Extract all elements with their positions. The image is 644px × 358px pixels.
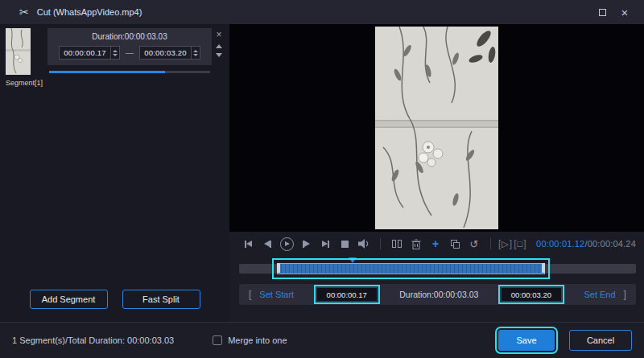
reset-button[interactable]: ↺ [465, 236, 483, 252]
fullscreen-button[interactable]: [ □ ] [514, 238, 526, 249]
segment-start-input[interactable]: 00:00:00.17 [59, 46, 120, 60]
timeline-track[interactable] [239, 264, 636, 274]
playhead-marker[interactable] [349, 257, 357, 263]
spinner-down-icon[interactable] [113, 54, 118, 56]
remove-segment-button[interactable]: × [216, 30, 221, 39]
video-frame [375, 27, 498, 229]
skip-end-icon [322, 241, 328, 247]
add-button[interactable]: + [427, 236, 444, 252]
copy-icon [451, 240, 460, 249]
timeline-selection[interactable] [277, 263, 545, 274]
trim-duration-label: Duration:00:00:03.03 [399, 290, 478, 299]
move-segment-down-icon[interactable] [216, 53, 222, 57]
segment-list-panel: Segment[1] Duration:00:00:03.03 00:00:00… [0, 24, 229, 322]
dialog-body: Segment[1] Duration:00:00:03.03 00:00:00… [0, 24, 644, 322]
fast-split-button[interactable]: Fast Split [122, 290, 200, 309]
segment-thumbnail-image [6, 28, 31, 75]
footer-bar: 1 Segment(s)/Total Duration: 00:00:03.03… [0, 322, 644, 358]
trim-start-input[interactable]: 00:00:00.17 [316, 287, 378, 302]
spinner-down-icon[interactable] [193, 54, 198, 56]
stop-icon [341, 241, 349, 248]
current-time: 00:00:01.12 [536, 239, 584, 249]
trim-end-input[interactable]: 00:00:03.20 [501, 287, 562, 302]
set-end-group: Set End ] [584, 289, 625, 300]
segment-thumbnail[interactable] [6, 28, 31, 75]
delete-button[interactable] [407, 236, 425, 252]
fullscreen-icon: □ [518, 239, 523, 249]
start-bracket: [ [249, 289, 251, 300]
frame-back-icon [264, 241, 270, 247]
preview-segment-button[interactable]: [ ▷ ] [498, 238, 512, 249]
time-display: 00:00:01.12/00:00:04.24 [536, 239, 636, 249]
frame-back-button[interactable] [258, 236, 276, 252]
selection-start-handle[interactable] [277, 263, 280, 273]
segment-editor-main: Duration:00:00:03.03 00:00:00.17 — 00:00… [47, 28, 212, 87]
total-time: /00:00:04.24 [584, 239, 636, 249]
segment-start-spinner[interactable] [110, 47, 119, 59]
controls-divider [380, 238, 381, 249]
video-preview[interactable] [229, 24, 644, 232]
segment-thumb-column: Segment[1] [6, 28, 43, 87]
frame-forward-icon [304, 241, 310, 247]
cancel-button[interactable]: Cancel [569, 330, 632, 351]
timeline-row [229, 256, 644, 282]
merge-option: Merge into one [213, 335, 287, 345]
trash-icon [411, 239, 421, 249]
end-bracket: ] [624, 289, 626, 300]
merge-label: Merge into one [228, 335, 287, 345]
titlebar: ✂ Cut (WhatsAppVideo.mp4) × [0, 0, 644, 24]
volume-button[interactable] [355, 236, 373, 252]
volume-icon [357, 238, 370, 249]
trim-controls: [ Set Start 00:00:00.17 Duration:00:00:0… [239, 284, 636, 305]
left-buttons-row: Add Segment Fast Split [0, 290, 229, 322]
segment-duration-label: Duration:00:00:03.03 [52, 32, 207, 41]
spinner-up-icon[interactable] [193, 50, 198, 52]
add-segment-button[interactable]: Add Segment [30, 290, 108, 309]
segment-label: Segment[1] [6, 79, 43, 87]
play-button[interactable] [278, 236, 295, 252]
skip-start-button[interactable] [239, 236, 257, 252]
segment-editor: Segment[1] Duration:00:00:03.03 00:00:00… [0, 24, 229, 87]
range-dash: — [126, 48, 134, 57]
maximize-icon [599, 9, 606, 16]
merge-checkbox[interactable] [213, 335, 222, 345]
set-end-button[interactable]: Set End [584, 290, 615, 299]
segment-end-value: 00:00:03.20 [140, 48, 191, 57]
playback-controls: + ↺ [ ▷ ] [ □ ] 00:00:01.12/00:00:04.24 [229, 232, 644, 256]
segment-time-row: 00:00:00.17 — 00:00:03.20 [52, 46, 207, 60]
move-segment-up-icon[interactable] [216, 44, 222, 48]
copy-button[interactable] [446, 236, 464, 252]
segment-start-value: 00:00:00.17 [60, 48, 110, 57]
stop-button[interactable] [336, 236, 353, 252]
segment-summary: 1 Segment(s)/Total Duration: 00:00:03.03 [12, 335, 174, 345]
selection-end-handle[interactable] [542, 263, 545, 273]
split-icon [392, 240, 402, 248]
spinner-up-icon[interactable] [113, 50, 118, 52]
segment-editor-side: × [212, 28, 226, 87]
skip-end-button[interactable] [316, 236, 334, 252]
segment-end-input[interactable]: 00:00:03.20 [139, 46, 200, 60]
set-start-button[interactable]: Set Start [259, 290, 294, 299]
close-button[interactable]: × [613, 3, 636, 21]
controls-divider [490, 238, 491, 249]
split-button[interactable] [388, 236, 406, 252]
segment-mini-progress [49, 71, 165, 73]
segment-end-spinner[interactable] [191, 47, 200, 59]
save-button[interactable]: Save [498, 330, 555, 351]
scissors-icon: ✂ [19, 6, 29, 19]
skip-start-icon [246, 241, 252, 247]
preview-play-icon: ▷ [502, 239, 508, 249]
set-start-group: [ Set Start [249, 289, 294, 300]
frame-forward-button[interactable] [297, 236, 315, 252]
cut-dialog: ✂ Cut (WhatsAppVideo.mp4) × [0, 0, 644, 358]
maximize-button[interactable] [591, 3, 613, 21]
segment-mini-timeline[interactable] [49, 71, 210, 73]
window-title: Cut (WhatsAppVideo.mp4) [37, 7, 142, 17]
segment-editor-box: Duration:00:00:03.03 00:00:00.17 — 00:00… [47, 28, 212, 65]
preview-panel: + ↺ [ ▷ ] [ □ ] 00:00:01.12/00:00:04.24 [229, 24, 644, 322]
play-icon [280, 237, 294, 251]
